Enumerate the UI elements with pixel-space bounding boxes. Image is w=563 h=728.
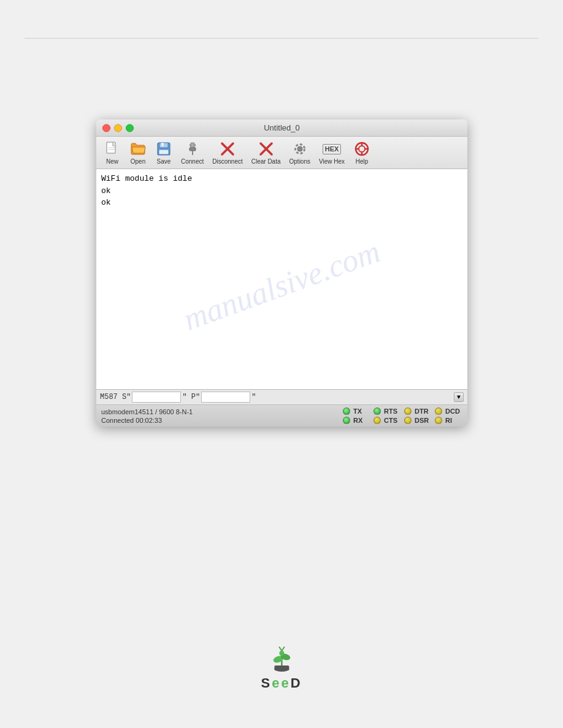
svg-rect-5 [161,143,164,146]
save-label: Save [157,158,171,165]
cmd-suffix: " [251,393,256,401]
rts-label: RTS [384,408,401,415]
help-label: Help [356,158,369,165]
window-buttons [102,124,134,132]
output-line-3: ok [101,197,462,209]
status-left: usbmodem14511 / 9600 8-N-1 Connected 00:… [101,408,193,424]
maximize-button[interactable] [126,124,134,132]
cmd-prefix: M587 S" [100,393,131,401]
toolbar: New Open Save [96,137,467,169]
open-folder-icon [129,140,147,157]
password-input[interactable] [201,392,250,403]
new-label: New [106,158,118,165]
indicator-group-1: TX RTS DTR DCD RX CTS DSR RI [343,408,462,424]
titlebar: Untitled_0 [96,119,467,137]
hex-box-icon: HEX [323,140,340,157]
new-doc-icon [104,140,121,157]
rts-led [373,408,381,415]
clear-data-icon [258,140,275,157]
rx-label: RX [353,417,370,424]
dsr-label: DSR [415,417,432,424]
tx-label: TX [353,408,370,415]
help-button[interactable]: Help [350,139,374,166]
svg-point-16 [297,146,302,151]
rx-indicator: RX CTS DSR RI [343,417,462,424]
cts-led [373,417,381,424]
output-line-1: WiFi module is idle [101,173,462,185]
output-line-2: ok [101,185,462,197]
clear-data-button[interactable]: Clear Data [248,139,285,166]
cmd-mid: " P" [182,393,200,401]
dcd-label: DCD [445,408,462,415]
dcd-led [435,408,442,415]
seed-svg-icon [266,642,297,674]
view-hex-button[interactable]: HEX View Hex [315,139,348,166]
svg-rect-8 [190,148,196,151]
connection-info: usbmodem14511 / 9600 8-N-1 [101,408,193,415]
save-button[interactable]: Save [151,139,176,166]
minimize-button[interactable] [114,124,122,132]
terminal-output: WiFi module is idle ok ok [96,169,467,390]
disconnect-label: Disconnect [212,158,242,165]
dsr-led [404,417,412,424]
connected-time: Connected 00:02:33 [101,417,193,424]
connect-label: Connect [181,158,204,165]
ssid-input[interactable] [132,392,181,403]
close-button[interactable] [102,124,110,132]
page-divider [25,38,538,39]
options-button[interactable]: Options [286,139,314,166]
connect-plug-icon [184,140,201,157]
gear-icon [291,140,308,157]
clear-data-label: Clear Data [251,158,281,165]
options-label: Options [289,158,310,165]
save-disk-icon [155,140,172,157]
svg-line-31 [282,647,284,651]
rx-led [343,417,350,424]
scroll-button[interactable]: ▼ [454,392,464,402]
open-button[interactable]: Open [126,139,150,166]
status-bar: usbmodem14511 / 9600 8-N-1 Connected 00:… [96,405,467,427]
seed-logo: SeeD [261,642,302,691]
connect-button[interactable]: Connect [177,139,207,166]
dtr-led [404,408,412,415]
status-right: TX RTS DTR DCD RX CTS DSR RI [343,408,462,424]
tx-indicator: TX RTS DTR DCD [343,408,462,415]
cts-label: CTS [384,417,401,424]
lifebuoy-icon [353,140,370,157]
disconnect-button[interactable]: Disconnect [209,139,246,166]
open-label: Open [131,158,145,165]
svg-rect-25 [274,665,289,670]
ri-led [435,417,442,424]
tx-led [343,408,350,415]
svg-rect-6 [159,150,169,154]
disconnect-x-icon [219,140,236,157]
dtr-label: DTR [415,408,432,415]
svg-point-19 [359,146,365,152]
seed-text-logo: SeeD [261,675,302,691]
new-button[interactable]: New [100,139,124,166]
svg-point-29 [279,651,284,656]
app-window: Untitled_0 New Open [96,119,467,427]
view-hex-label: View Hex [319,158,345,165]
window-title: Untitled_0 [264,123,300,132]
ri-label: RI [445,417,462,424]
command-input-row: M587 S" " P" " ▼ [96,390,467,405]
